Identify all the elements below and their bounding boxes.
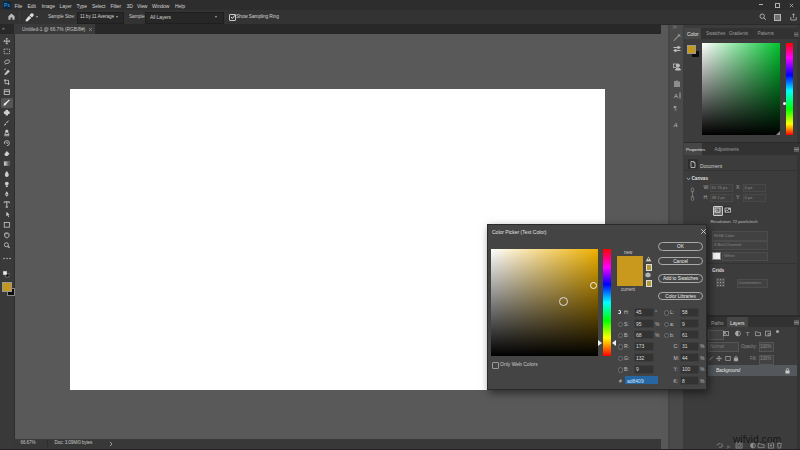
svg-text:A: A bbox=[673, 121, 678, 128]
svg-text:fx: fx bbox=[727, 444, 731, 449]
svg-text:¶: ¶ bbox=[674, 105, 677, 111]
svg-text:A: A bbox=[674, 93, 678, 99]
svg-text:T: T bbox=[746, 331, 750, 337]
